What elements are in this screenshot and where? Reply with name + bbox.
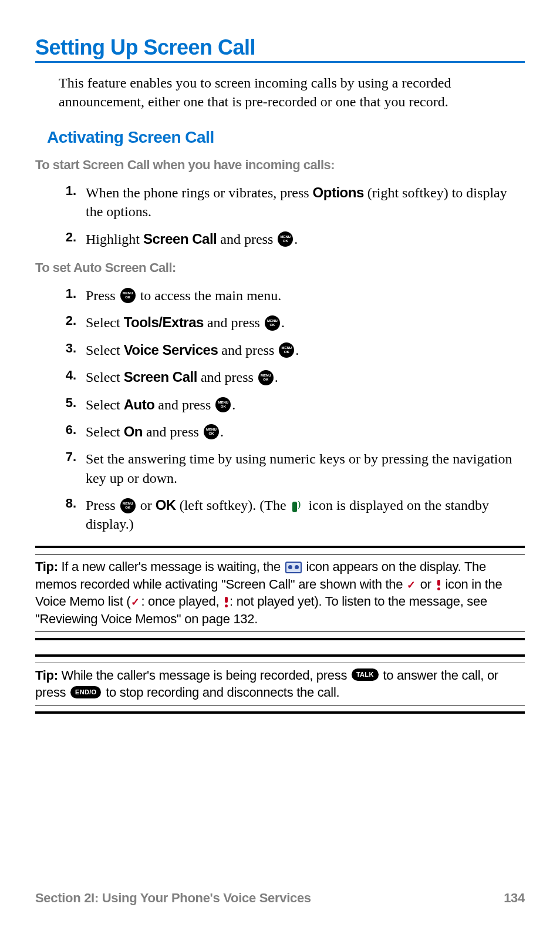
step-text: When the phone rings or vibrates, press …	[86, 183, 525, 221]
step-number: 1.	[62, 286, 86, 305]
step-item: 2. Highlight Screen Call and press .	[35, 230, 525, 248]
step-item: 1. When the phone rings or vibrates, pre…	[35, 183, 525, 221]
step-list-b: 1. Press to access the main menu. 2. Sel…	[35, 286, 525, 534]
step-text: Set the answering time by using numeric …	[86, 449, 525, 488]
page-heading: Setting Up Screen Call	[35, 35, 525, 63]
menu-ok-icon	[120, 498, 136, 513]
step-text: Press to access the main menu.	[86, 286, 525, 305]
tape-recorder-icon	[285, 562, 302, 573]
step-item: 1. Press to access the main menu.	[35, 286, 525, 305]
step-text: Highlight Screen Call and press .	[86, 230, 525, 248]
intro-paragraph: This feature enables you to screen incom…	[59, 73, 525, 112]
tip-box: Tip: If a new caller's message is waitin…	[35, 546, 525, 640]
footer-page-number: 134	[504, 891, 525, 906]
step-number: 4.	[62, 368, 86, 387]
step-item: 6. Select On and press .	[35, 422, 525, 441]
checkmark-icon	[131, 597, 140, 607]
step-text: Select Screen Call and press .	[86, 368, 525, 387]
end-key-icon: END/O	[70, 686, 101, 698]
tip-label: Tip:	[35, 559, 58, 574]
menu-ok-icon	[265, 315, 280, 331]
tip-label: Tip:	[35, 668, 58, 683]
step-text: Press or OK (left softkey). (The icon is…	[86, 496, 525, 534]
step-list-a: 1. When the phone rings or vibrates, pre…	[35, 183, 525, 248]
menu-ok-icon	[258, 370, 274, 385]
procedure-prompt: To start Screen Call when you have incom…	[35, 157, 525, 173]
menu-ok-icon	[120, 288, 136, 303]
menu-ok-icon	[279, 342, 294, 358]
procedure-prompt: To set Auto Screen Call:	[35, 260, 525, 276]
step-number: 5.	[62, 395, 86, 414]
step-item: 5. Select Auto and press .	[35, 395, 525, 414]
menu-ok-icon	[278, 231, 293, 247]
step-number: 7.	[62, 449, 86, 488]
step-number: 3.	[62, 341, 86, 360]
step-item: 3. Select Voice Services and press .	[35, 341, 525, 360]
section-subheading: Activating Screen Call	[47, 128, 525, 147]
step-text: Select Tools/Extras and press .	[86, 313, 525, 332]
tip-box: Tip: While the caller's message is being…	[35, 654, 525, 714]
exclamation-icon	[436, 580, 441, 590]
footer-section: Section 2I: Using Your Phone's Voice Ser…	[35, 891, 311, 906]
page-footer: Section 2I: Using Your Phone's Voice Ser…	[35, 891, 525, 906]
step-number: 6.	[62, 422, 86, 441]
step-number: 8.	[62, 496, 86, 534]
step-number: 2.	[62, 313, 86, 332]
step-number: 2.	[62, 230, 86, 248]
step-number: 1.	[62, 183, 86, 221]
phone-speaker-icon	[291, 500, 304, 513]
step-item: 8. Press or OK (left softkey). (The icon…	[35, 496, 525, 534]
exclamation-icon	[223, 597, 229, 607]
menu-ok-icon	[215, 397, 231, 412]
step-text: Select Auto and press .	[86, 395, 525, 414]
step-item: 4. Select Screen Call and press .	[35, 368, 525, 387]
step-text: Select Voice Services and press .	[86, 341, 525, 360]
talk-key-icon: TALK	[352, 668, 379, 681]
step-item: 7. Set the answering time by using numer…	[35, 449, 525, 488]
menu-ok-icon	[204, 424, 219, 439]
step-text: Select On and press .	[86, 422, 525, 441]
step-item: 2. Select Tools/Extras and press .	[35, 313, 525, 332]
checkmark-icon	[407, 580, 416, 590]
